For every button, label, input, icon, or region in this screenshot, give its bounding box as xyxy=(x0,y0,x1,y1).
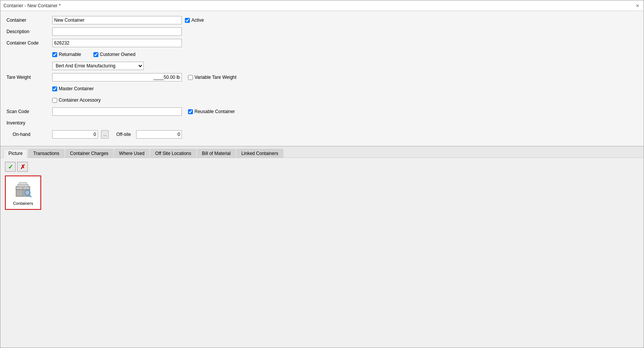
description-row: Description xyxy=(6,27,638,36)
variable-tare-weight-checkbox-label[interactable]: Variable Tare Weight xyxy=(188,75,236,80)
container-accessory-label: Container Accessory xyxy=(59,97,101,103)
returnable-row: Returnable Customer Owned xyxy=(52,50,638,59)
master-container-checkbox[interactable] xyxy=(52,86,57,91)
checkmark-icon: ✓ xyxy=(8,163,13,171)
container-input[interactable] xyxy=(52,16,182,24)
customer-owned-label: Customer Owned xyxy=(100,52,135,57)
returnable-checkbox-label[interactable]: Returnable xyxy=(52,52,81,57)
container-image-label: Containers xyxy=(13,201,33,206)
tare-weight-input[interactable] xyxy=(52,73,182,81)
scan-code-input[interactable] xyxy=(52,107,182,116)
description-label: Description xyxy=(6,29,52,34)
variable-tare-weight-checkbox[interactable] xyxy=(188,75,193,80)
variable-tare-weight-label: Variable Tare Weight xyxy=(194,75,236,80)
tab-container-charges[interactable]: Container Charges xyxy=(65,149,114,158)
container-accessory-checkbox[interactable] xyxy=(52,98,57,103)
picture-toolbar: ✓ ✗ xyxy=(5,162,639,172)
active-label: Active xyxy=(191,18,204,23)
onhand-label: On-hand xyxy=(6,132,52,137)
active-checkbox-label[interactable]: Active xyxy=(185,18,204,23)
reusable-container-label: Reusable Container xyxy=(194,109,235,114)
container-code-label: Container Code xyxy=(6,40,52,46)
tab-transactions[interactable]: Transactions xyxy=(28,149,64,158)
window-title: Container - New Container * xyxy=(3,3,61,8)
scan-code-row: Scan Code Reusable Container xyxy=(6,107,638,116)
tabs-header: Picture Transactions Container Charges W… xyxy=(0,147,644,158)
tab-off-site-locations[interactable]: Off Site Locations xyxy=(150,149,196,158)
tare-weight-label: Tare Weight xyxy=(6,75,52,80)
x-icon: ✗ xyxy=(20,163,25,171)
master-container-label: Master Container xyxy=(59,86,94,91)
master-container-checkbox-label[interactable]: Master Container xyxy=(52,86,94,91)
tab-picture[interactable]: Picture xyxy=(3,149,27,158)
form-area: Container Active Description Container C… xyxy=(0,11,644,147)
containers-image-icon xyxy=(13,180,34,200)
close-button[interactable]: × xyxy=(634,3,641,9)
tabs-area: Picture Transactions Container Charges W… xyxy=(0,147,644,348)
offsite-label: Off-site xyxy=(116,132,131,137)
svg-point-5 xyxy=(26,191,29,194)
customer-dropdown-row: Bert And Ernie Manufacturing xyxy=(52,61,638,70)
tab-linked-containers[interactable]: Linked Containers xyxy=(236,149,283,158)
customer-owned-checkbox-label[interactable]: Customer Owned xyxy=(93,52,135,57)
picture-accept-button[interactable]: ✓ xyxy=(5,162,16,172)
tab-where-used[interactable]: Where Used xyxy=(114,149,149,158)
container-row: Container Active xyxy=(6,16,638,25)
inventory-label: Inventory xyxy=(6,120,52,126)
container-code-input[interactable] xyxy=(52,39,182,47)
title-bar: Container - New Container * × xyxy=(0,0,644,11)
active-checkbox[interactable] xyxy=(185,18,190,23)
tab-content-picture: ✓ ✗ xyxy=(0,158,644,341)
description-input[interactable] xyxy=(52,27,182,36)
scan-code-label: Scan Code xyxy=(6,109,52,114)
customer-dropdown[interactable]: Bert And Ernie Manufacturing xyxy=(52,62,144,70)
reusable-container-checkbox-label[interactable]: Reusable Container xyxy=(188,109,235,114)
main-window: Container - New Container * × Container … xyxy=(0,0,644,348)
container-accessory-row: Container Accessory xyxy=(52,96,638,105)
svg-rect-8 xyxy=(19,182,27,185)
returnable-checkbox[interactable] xyxy=(52,52,57,57)
onhand-row: On-hand ... Off-site xyxy=(6,130,638,139)
onhand-ellipsis-button[interactable]: ... xyxy=(101,130,109,139)
returnable-label: Returnable xyxy=(59,52,81,57)
master-container-row: Master Container xyxy=(52,84,638,93)
container-label: Container xyxy=(6,18,52,23)
picture-cancel-button[interactable]: ✗ xyxy=(17,162,28,172)
customer-owned-checkbox[interactable] xyxy=(93,52,98,57)
container-image-box[interactable]: Containers xyxy=(5,176,41,210)
container-accessory-checkbox-label[interactable]: Container Accessory xyxy=(52,97,101,103)
offsite-input[interactable] xyxy=(136,130,182,139)
onhand-input[interactable] xyxy=(52,130,98,139)
container-code-row: Container Code xyxy=(6,38,638,48)
tare-weight-row: Tare Weight Variable Tare Weight xyxy=(6,73,638,82)
tab-bill-of-material[interactable]: Bill of Material xyxy=(197,149,236,158)
reusable-container-checkbox[interactable] xyxy=(188,109,193,114)
inventory-label-row: Inventory xyxy=(6,118,638,128)
